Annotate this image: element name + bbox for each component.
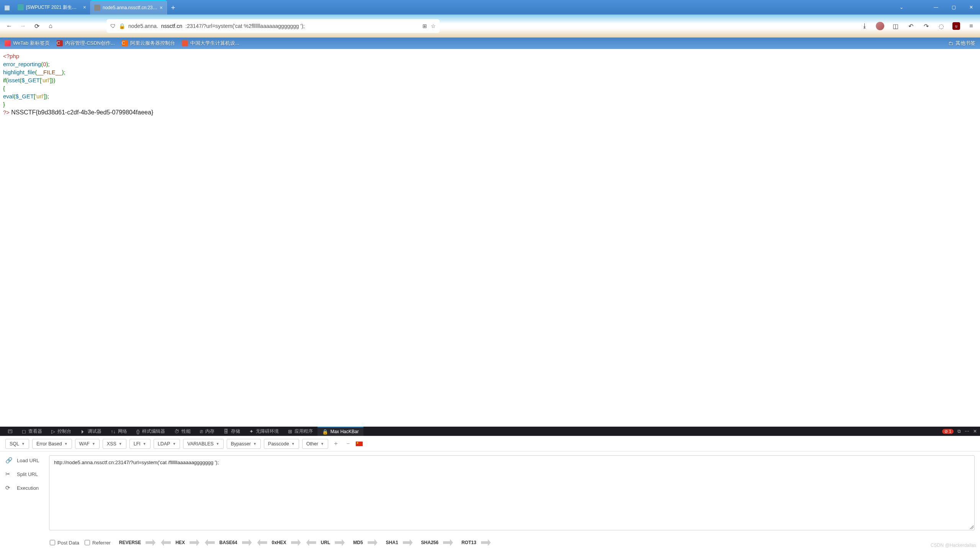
flag-output: NSSCTF{b9d38d61-c2df-4b3e-9ed5-0799804fa…: [11, 109, 153, 116]
tabs-dropdown-icon[interactable]: ⌄: [900, 0, 903, 15]
enc-base64[interactable]: BASE64: [205, 538, 252, 547]
dt-tab-inspector[interactable]: ◻查看器: [17, 427, 47, 436]
menu-errorbased[interactable]: Error Based▼: [32, 439, 72, 449]
enc-md5[interactable]: MD5: [350, 538, 377, 547]
tab-label: [SWPUCTF 2021 新生赛]easy: [26, 4, 81, 11]
dt-picker-icon[interactable]: ⮹: [3, 427, 17, 436]
menu-icon[interactable]: ≡: [967, 22, 975, 30]
bookmark-wetab[interactable]: WeTab 新标签页: [5, 40, 50, 47]
maximize-button[interactable]: ▢: [945, 0, 962, 15]
bookmark-star-icon[interactable]: ☆: [431, 23, 436, 29]
firefox-menu-icon[interactable]: ▦: [0, 0, 14, 15]
load-url-button[interactable]: 🔗Load URL: [5, 457, 44, 464]
action-label: Execution: [17, 485, 39, 491]
close-icon[interactable]: ×: [83, 4, 86, 10]
enc-url[interactable]: URL: [306, 538, 345, 547]
url-right-icons: ⊞ ☆: [422, 23, 436, 29]
menu-waf[interactable]: WAF▼: [75, 439, 100, 449]
menu-ldap[interactable]: LDAP▼: [154, 439, 180, 449]
forward-button[interactable]: →: [18, 21, 28, 31]
favicon-icon: [94, 5, 100, 11]
check-label: Post Data: [57, 540, 79, 546]
url-domain: nssctf.cn: [161, 23, 182, 29]
reload-button[interactable]: ⟳: [32, 21, 41, 31]
hackbar-url-input[interactable]: http://node5.anna.nssctf.cn:23147/?url=s…: [49, 455, 975, 530]
dt-tab-memory[interactable]: ⎚内存: [195, 427, 219, 436]
hackbar-body: 🔗Load URL ✂Split URL ⟳Execution http://n…: [0, 452, 980, 534]
dt-error-badge[interactable]: ⊘1: [942, 429, 954, 434]
dt-tab-debugger[interactable]: ⏵调试器: [76, 427, 106, 436]
remove-button[interactable]: －: [344, 439, 353, 448]
menu-bypasser[interactable]: Bypasser▼: [227, 439, 261, 449]
post-data-checkbox[interactable]: Post Data: [50, 540, 79, 546]
window-controls: ― ▢ ✕: [927, 0, 980, 15]
account-avatar[interactable]: [876, 22, 884, 30]
menu-lfi[interactable]: LFI▼: [129, 439, 151, 449]
menu-sql[interactable]: SQL▼: [5, 439, 29, 449]
edu-icon: [182, 40, 188, 46]
home-button[interactable]: ⌂: [46, 21, 55, 31]
dt-close-icon[interactable]: ✕: [973, 429, 977, 434]
bookmark-csdn[interactable]: C内容管理-CSDN创作...: [57, 40, 115, 47]
ublock-icon[interactable]: u: [952, 22, 960, 30]
close-icon[interactable]: ×: [160, 5, 163, 11]
referrer-checkbox[interactable]: Referrer: [85, 540, 111, 546]
new-tab-button[interactable]: ＋: [167, 0, 179, 15]
dt-label: 网络: [118, 428, 127, 435]
dt-tab-storage[interactable]: 🗄存储: [219, 427, 245, 436]
arrow-right-icon: [368, 539, 378, 546]
record-icon[interactable]: ◌: [937, 22, 946, 30]
execution-button[interactable]: ⟳Execution: [5, 484, 44, 491]
enc-label: 0xHEX: [269, 538, 290, 547]
other-bookmarks[interactable]: 🗀其他书签: [948, 40, 975, 47]
dt-tab-network[interactable]: ↑↓网络: [106, 427, 132, 436]
dt-tab-hackbar[interactable]: 🔒Max HacKBar: [317, 427, 363, 436]
menu-xss[interactable]: XSS▼: [103, 439, 126, 449]
menu-passcode[interactable]: Passcode▼: [264, 439, 299, 449]
add-button[interactable]: ＋: [331, 439, 340, 448]
qr-icon[interactable]: ⊞: [422, 23, 427, 29]
shield-icon[interactable]: 🛡: [110, 23, 116, 29]
close-window-button[interactable]: ✕: [962, 0, 980, 15]
flag-cn-icon[interactable]: [356, 442, 363, 446]
menu-label: Error Based: [36, 441, 62, 447]
enc-sha256[interactable]: SHA256: [418, 538, 453, 547]
split-url-button[interactable]: ✂Split URL: [5, 471, 44, 478]
bookmark-cn[interactable]: 中国大学生计算机设...: [182, 40, 239, 47]
tab-swpuctf[interactable]: [SWPUCTF 2021 新生赛]easy ×: [14, 0, 90, 15]
dt-tab-style[interactable]: {}样式编辑器: [132, 427, 170, 436]
enc-sha1[interactable]: SHA1: [383, 538, 413, 547]
dt-tab-a11y[interactable]: ✦无障碍环境: [245, 427, 283, 436]
dt-label: Max HacKBar: [330, 429, 359, 434]
downloads-icon[interactable]: ⭳: [861, 22, 869, 30]
dt-label: 查看器: [28, 428, 42, 435]
back-button[interactable]: ←: [5, 21, 14, 31]
menu-other[interactable]: Other▼: [302, 439, 328, 449]
lock-icon[interactable]: 🔒: [119, 23, 125, 29]
redo-icon[interactable]: ↷: [922, 22, 930, 30]
dt-tab-application[interactable]: ⊞应用程序: [283, 427, 317, 436]
minimize-button[interactable]: ―: [927, 0, 945, 15]
arrow-right-icon: [403, 539, 413, 546]
dt-label: 调试器: [88, 428, 101, 435]
extension-icon[interactable]: ◫: [891, 22, 900, 30]
enc-0xhex[interactable]: 0xHEX: [257, 538, 301, 547]
enc-hex[interactable]: HEX: [161, 538, 200, 547]
enc-rot13[interactable]: ROT13: [458, 538, 491, 547]
enc-reverse[interactable]: REVERSE: [116, 538, 155, 547]
dt-tab-perf[interactable]: ⏱性能: [170, 427, 195, 436]
dt-more-icon[interactable]: ⋯: [965, 429, 969, 434]
tab-node5[interactable]: node5.anna.nssctf.cn:23147/?url ×: [90, 0, 167, 15]
bookmark-aliyun[interactable]: C阿里云服务器控制台: [122, 40, 175, 47]
dt-label: 控制台: [57, 428, 71, 435]
key-url: 'url': [35, 93, 44, 99]
kw-if: if: [3, 77, 6, 83]
dt-tab-console[interactable]: ▷控制台: [47, 427, 76, 436]
arrow-left-icon: [257, 539, 267, 546]
undo-icon[interactable]: ↶: [906, 22, 915, 30]
bookmark-label: 阿里云服务器控制台: [130, 40, 175, 47]
arg-zero: 0: [43, 61, 46, 67]
address-bar[interactable]: 🛡 🔒 node5.anna.nssctf.cn:23147/?url=syst…: [106, 19, 440, 33]
dt-dock-icon[interactable]: ⧉: [957, 429, 961, 434]
menu-variables[interactable]: VARIABLES▼: [183, 439, 223, 449]
